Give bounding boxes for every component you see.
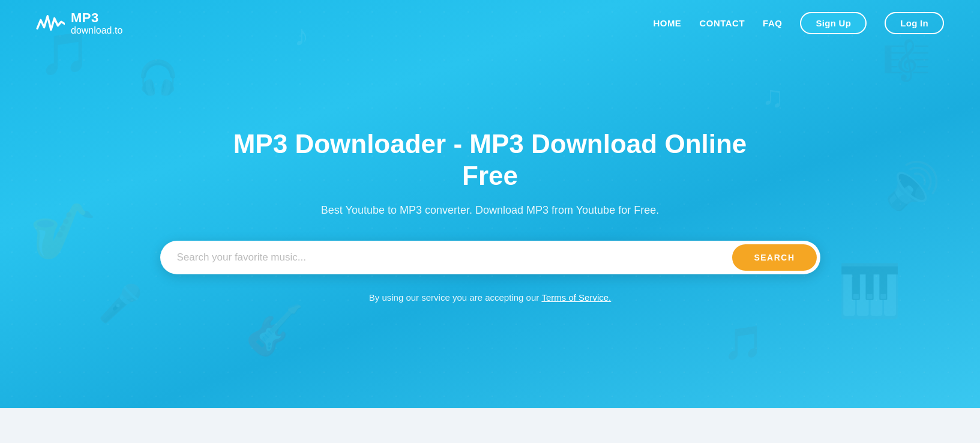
hero-subtitle: Best Youtube to MP3 converter. Download … — [321, 204, 659, 217]
hero-content: MP3 Downloader - MP3 Download Online Fre… — [0, 47, 980, 408]
logo-text: MP3 download.to — [71, 11, 122, 36]
footer-bar — [0, 408, 980, 443]
terms-text: By using our service you are accepting o… — [369, 292, 612, 303]
terms-link[interactable]: Terms of Service. — [541, 292, 611, 303]
hero-title: MP3 Downloader - MP3 Download Online Fre… — [220, 128, 760, 192]
nav-faq[interactable]: FAQ — [763, 18, 782, 28]
nav-home[interactable]: HOME — [653, 18, 681, 28]
logo-mp3: MP3 — [71, 11, 122, 25]
signup-button[interactable]: Sign Up — [800, 12, 867, 34]
logo-area: MP3 download.to — [36, 11, 122, 36]
search-input[interactable] — [177, 246, 733, 270]
search-button[interactable]: SEARCH — [732, 244, 816, 271]
logo-domain: download.to — [71, 25, 122, 36]
navbar: MP3 download.to HOME CONTACT FAQ Sign Up… — [0, 0, 980, 47]
logo-wave-icon — [36, 11, 65, 35]
hero-section: 🎵 🎧 🎷 🎤 ♪ 🎸 🎼 🔊 🎹 ♫ 🎵 🎙 MP3 downlo — [0, 0, 980, 408]
terms-prefix: By using our service you are accepting o… — [369, 292, 542, 303]
nav-links: HOME CONTACT FAQ Sign Up Log In — [653, 12, 944, 34]
search-container: SEARCH — [160, 241, 820, 274]
page-wrapper: 🎵 🎧 🎷 🎤 ♪ 🎸 🎼 🔊 🎹 ♫ 🎵 🎙 MP3 downlo — [0, 0, 980, 443]
login-button[interactable]: Log In — [885, 12, 944, 34]
nav-contact[interactable]: CONTACT — [699, 18, 745, 28]
